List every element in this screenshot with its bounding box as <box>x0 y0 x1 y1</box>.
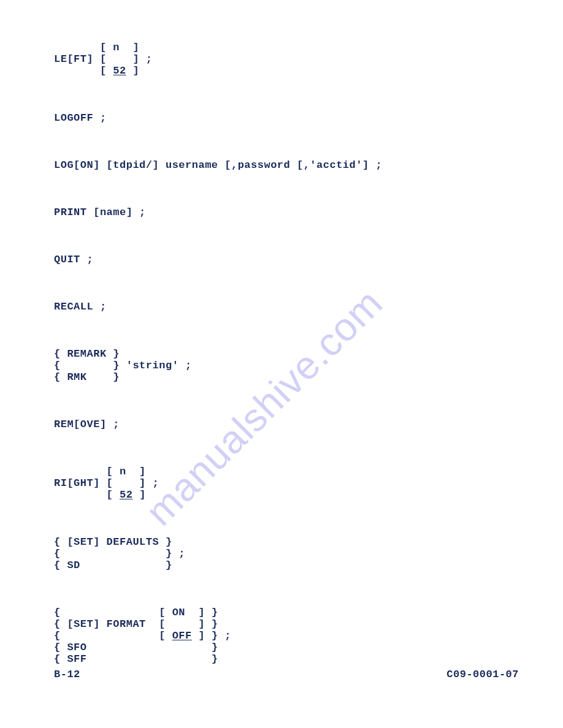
code-line-part: [ <box>54 489 120 501</box>
page-number-left: B-12 <box>54 669 80 680</box>
code-line: { } ; <box>54 548 185 559</box>
syntax-print: PRINT [name] ; <box>54 207 514 218</box>
code-line: PRINT [name] ; <box>54 207 146 218</box>
code-line: LE[FT] [ ] ; <box>54 53 153 65</box>
code-line-part: { [ <box>54 630 172 642</box>
syntax-remark: { REMARK } { } 'string' ; { RMK } <box>54 348 514 383</box>
code-line: REM[OVE] ; <box>54 419 120 430</box>
code-line: QUIT ; <box>54 254 93 265</box>
page-number-right: C09-0001-07 <box>446 669 519 680</box>
default-value: OFF <box>172 630 192 642</box>
code-line: RI[GHT] [ ] ; <box>54 477 159 489</box>
code-line: LOG[ON] [tdpid/] username [,password [,'… <box>54 159 382 171</box>
document-page: manualshive.com [ n ] LE[FT] [ ] ; [ 52 … <box>0 0 563 728</box>
syntax-right: [ n ] RI[GHT] [ ] ; [ 52 ] <box>54 466 514 501</box>
code-line: { [ ON ] } <box>54 607 218 618</box>
code-line-part: ] } ; <box>192 630 231 642</box>
syntax-recall: RECALL ; <box>54 301 514 313</box>
syntax-set-defaults: { [SET] DEFAULTS } { } ; { SD } <box>54 536 514 571</box>
code-line-part: [ <box>54 65 113 77</box>
code-line: { RMK } <box>54 371 120 383</box>
code-line: RECALL ; <box>54 301 107 313</box>
code-line: [ n ] <box>54 42 139 53</box>
page-content: [ n ] LE[FT] [ ] ; [ 52 ] LOGOFF ; LOG[O… <box>54 42 514 665</box>
code-line: { } 'string' ; <box>54 360 192 371</box>
code-line: { SD } <box>54 559 172 571</box>
code-line: LOGOFF ; <box>54 112 107 124</box>
code-line: { SFO } <box>54 642 218 653</box>
code-line-part: ] <box>132 489 145 501</box>
syntax-left: [ n ] LE[FT] [ ] ; [ 52 ] <box>54 42 514 77</box>
default-value: 52 <box>113 65 126 77</box>
page-footer: B-12 C09-0001-07 <box>54 669 519 680</box>
code-line: { REMARK } <box>54 348 120 360</box>
syntax-set-format: { [ ON ] } { [SET] FORMAT [ ] } { [ OFF … <box>54 607 514 665</box>
code-line: { [SET] FORMAT [ ] } <box>54 618 218 630</box>
code-line-part: ] <box>126 65 139 77</box>
syntax-remove: REM[OVE] ; <box>54 419 514 430</box>
syntax-logon: LOG[ON] [tdpid/] username [,password [,'… <box>54 159 514 171</box>
syntax-quit: QUIT ; <box>54 254 514 265</box>
code-line: [ n ] <box>54 466 146 477</box>
code-line: { SFF } <box>54 653 218 665</box>
syntax-logoff: LOGOFF ; <box>54 112 514 124</box>
default-value: 52 <box>120 489 132 501</box>
code-line: { [SET] DEFAULTS } <box>54 536 172 548</box>
